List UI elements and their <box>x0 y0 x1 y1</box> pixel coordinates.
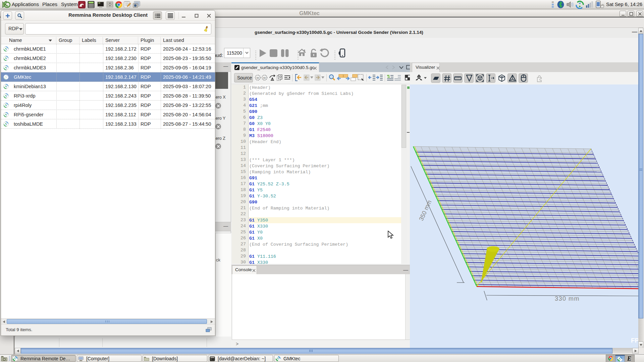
svg-text:90: 90 <box>263 77 266 79</box>
svg-text:350 mm: 350 mm <box>418 199 433 222</box>
svg-text:330 mm: 330 mm <box>555 295 580 302</box>
svg-text:FPS: FPS <box>631 337 639 344</box>
svg-text:90: 90 <box>257 77 259 79</box>
